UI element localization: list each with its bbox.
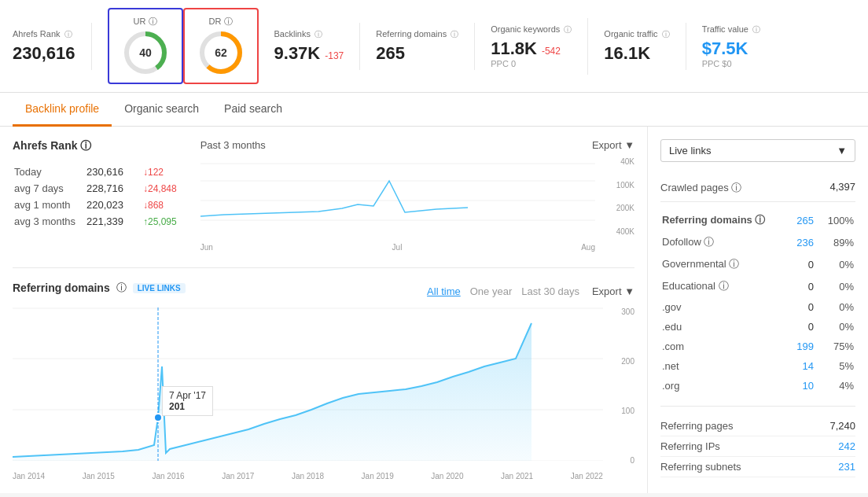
tab-organic-search[interactable]: Organic search: [112, 93, 211, 127]
table-row: Educational ⓘ 0 0%: [662, 276, 854, 296]
mini-chart-container: 40K 100K 200K 400K: [200, 157, 634, 252]
domain-row-count-4: 0: [791, 298, 820, 316]
table-row: Governmental ⓘ 0 0%: [662, 254, 854, 274]
organic-keywords-metric: Organic keywords ⓘ 11.8K -542 PPC 0: [491, 18, 588, 75]
referring-pages-value: 7,240: [829, 420, 855, 432]
organic-keywords-sub: PPC 0: [491, 59, 572, 68]
chart-period: Past 3 months: [200, 139, 266, 151]
big-y-0: 0: [630, 456, 634, 465]
svg-marker-14: [13, 323, 531, 461]
domain-row-count-7: 14: [791, 357, 820, 375]
dropdown-arrow-icon: ▼: [837, 145, 847, 156]
table-row: avg 7 days 228,716 ↓24,848: [14, 181, 183, 196]
referring-export-btn[interactable]: Export ▼: [592, 285, 634, 297]
big-y-300: 300: [621, 307, 634, 316]
domain-row-name-1: Dofollow ⓘ: [662, 232, 789, 252]
referring-domains-header: Referring domains ⓘ LIVE LINKS: [13, 281, 186, 295]
organic-traffic-label: Organic traffic ⓘ: [604, 29, 669, 40]
domain-row-pct-4: 0%: [822, 298, 854, 316]
x-2018: Jan 2018: [292, 472, 324, 480]
organic-keywords-label: Organic keywords ⓘ: [491, 24, 572, 35]
svg-point-16: [154, 414, 162, 422]
domain-row-pct-3: 0%: [822, 276, 854, 296]
domain-row-count-2: 0: [791, 254, 820, 274]
live-links-dropdown[interactable]: Live links ▼: [660, 139, 855, 162]
traffic-value-value: $7.5K: [702, 39, 760, 59]
traffic-value-info-icon[interactable]: ⓘ: [752, 25, 760, 34]
crawled-pages-info-icon[interactable]: ⓘ: [731, 182, 741, 193]
crawled-pages-label: Crawled pages ⓘ: [660, 181, 741, 195]
dofollow-info-icon[interactable]: ⓘ: [704, 236, 714, 248]
rank-change-today: ↓122: [143, 164, 183, 179]
x-2015: Jan 2015: [83, 472, 115, 480]
time-filter-30d[interactable]: Last 30 days: [521, 285, 579, 297]
mini-chart-export-btn[interactable]: Export ▼: [592, 139, 634, 151]
rank-value-3m: 221,339: [86, 214, 142, 229]
referring-domains-info-icon[interactable]: ⓘ: [116, 281, 127, 295]
svg-text:40: 40: [139, 46, 152, 59]
x-label-aug: Aug: [581, 243, 595, 252]
ur-info-icon[interactable]: ⓘ: [149, 17, 157, 26]
ur-metric-box: UR ⓘ 40: [108, 8, 183, 84]
tab-paid-search[interactable]: Paid search: [211, 93, 295, 127]
domain-row-pct-7: 5%: [822, 357, 854, 375]
traffic-value-label: Traffic value ⓘ: [702, 24, 760, 35]
big-chart-container: 300 200 100 0: [13, 307, 634, 480]
rank-change-7d: ↓24,848: [143, 181, 183, 196]
x-2014: Jan 2014: [13, 472, 45, 480]
time-filter-all[interactable]: All time: [427, 285, 461, 297]
domain-row-name-5: .edu: [662, 318, 789, 336]
backlinks-info-icon[interactable]: ⓘ: [314, 30, 322, 39]
time-filter-one-year[interactable]: One year: [470, 285, 512, 297]
organic-keywords-info-icon[interactable]: ⓘ: [564, 25, 572, 34]
rank-label-3m: avg 3 months: [14, 214, 85, 229]
big-y-200: 200: [621, 357, 634, 366]
rank-change-1m: ↓868: [143, 197, 183, 212]
domain-row-count-8: 10: [791, 377, 820, 395]
x-2016: Jan 2016: [152, 472, 184, 480]
organic-traffic-value: 16.1K: [604, 43, 669, 64]
ahrefs-rank-info-icon[interactable]: ⓘ: [64, 30, 72, 39]
big-y-100: 100: [621, 407, 634, 415]
x-2022: Jan 2022: [571, 472, 603, 480]
domain-row-name-3: Educational ⓘ: [662, 276, 789, 296]
traffic-value-metric: Traffic value ⓘ $7.5K PPC $0: [702, 18, 776, 75]
referring-ips-row: Referring IPs 242: [660, 436, 855, 457]
educational-info-icon[interactable]: ⓘ: [719, 280, 729, 292]
ahrefs-rank-label: Ahrefs Rank ⓘ: [13, 29, 75, 40]
referring-pages-row: Referring pages 7,240: [660, 416, 855, 436]
domain-row-name-4: .gov: [662, 298, 789, 316]
x-2017: Jan 2017: [222, 472, 254, 480]
organic-traffic-info-icon[interactable]: ⓘ: [662, 30, 670, 39]
referring-domains-table-info-icon[interactable]: ⓘ: [755, 214, 765, 226]
table-row: avg 1 month 220,023 ↓868: [14, 197, 183, 212]
ahrefs-rank-metric: Ahrefs Rank ⓘ 230,616: [13, 23, 92, 70]
backlinks-value: 9.37K: [274, 43, 321, 64]
referring-domains-title: Referring domains: [13, 282, 110, 294]
referring-ips-label: Referring IPs: [660, 440, 720, 452]
governmental-info-icon[interactable]: ⓘ: [729, 258, 739, 270]
dr-info-icon[interactable]: ⓘ: [224, 17, 233, 26]
ur-gauge: 40: [122, 29, 169, 76]
top-metrics-bar: Ahrefs Rank ⓘ 230,616 UR ⓘ 40 DR ⓘ: [0, 0, 868, 93]
nav-tabs: Backlink profile Organic search Paid sea…: [0, 93, 868, 127]
table-row: Today 230,616 ↓122: [14, 164, 183, 179]
main-content: Ahrefs Rank ⓘ Today 230,616 ↓122 avg 7 d…: [0, 127, 868, 493]
domain-row-name-7: .net: [662, 357, 789, 375]
big-chart-svg: [13, 307, 603, 461]
table-row: .org 10 4%: [662, 377, 854, 395]
rank-label-today: Today: [14, 164, 85, 179]
mini-chart-header: Past 3 months Export ▼: [200, 139, 634, 151]
table-row: .edu 0 0%: [662, 318, 854, 336]
table-row: .com 199 75%: [662, 337, 854, 355]
backlinks-change: -137: [325, 50, 344, 61]
domain-row-count-3: 0: [791, 276, 820, 296]
y-label-400k: 400K: [616, 227, 634, 236]
referring-domains-metric: Referring domains ⓘ 265: [376, 23, 475, 70]
ur-label: UR ⓘ: [134, 16, 157, 28]
tab-backlink-profile[interactable]: Backlink profile: [13, 93, 112, 127]
y-label-100k: 100K: [616, 181, 634, 190]
domain-row-count-6: 199: [791, 337, 820, 355]
referring-domains-info-icon[interactable]: ⓘ: [451, 30, 458, 39]
ahrefs-rank-section-info-icon[interactable]: ⓘ: [80, 139, 91, 152]
